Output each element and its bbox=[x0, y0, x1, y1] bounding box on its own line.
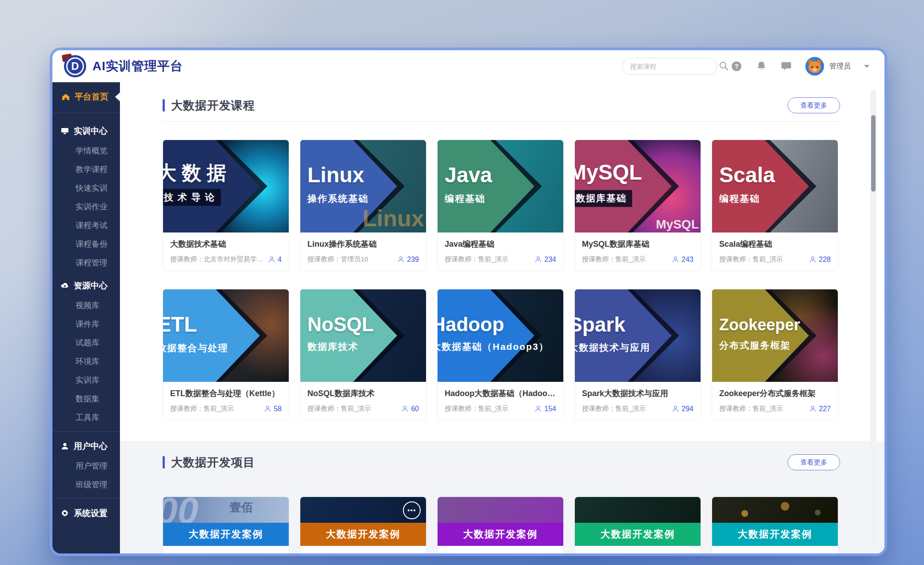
scrollbar-track[interactable] bbox=[870, 89, 876, 546]
member-count: 239 bbox=[397, 256, 419, 264]
sidebar-item[interactable]: 课程考试 bbox=[52, 216, 120, 235]
course-title: Java编程基础 bbox=[445, 239, 556, 249]
project-banner: 大数据开发案例 bbox=[438, 523, 563, 546]
course-title: Zookeeper分布式服务框架 bbox=[719, 388, 831, 399]
sidebar-item[interactable]: 试题库 bbox=[52, 333, 120, 352]
sidebar-item[interactable]: 课程管理 bbox=[52, 253, 120, 272]
project-image bbox=[438, 497, 563, 523]
sidebar-group-1[interactable]: 资源中心 bbox=[52, 276, 120, 296]
user-name[interactable]: 管理员 bbox=[829, 62, 851, 71]
course-cover: 大 数 据技 术 导 论 bbox=[163, 140, 289, 232]
sidebar-item[interactable]: 实训作业 bbox=[52, 197, 120, 216]
sidebar-item[interactable]: 视频库 bbox=[52, 296, 120, 315]
course-teacher: 授课教师：售前_演示 bbox=[582, 405, 672, 413]
cover-subtitle: 编程基础 bbox=[719, 192, 775, 205]
search-icon[interactable] bbox=[718, 60, 729, 72]
person-icon bbox=[672, 256, 679, 263]
member-count: 58 bbox=[264, 405, 282, 413]
member-count-value: 243 bbox=[681, 256, 693, 264]
notification-bell-icon[interactable] bbox=[756, 60, 767, 72]
chevron-down-icon[interactable] bbox=[864, 65, 869, 68]
course-title: MySQL数据库基础 bbox=[582, 239, 693, 249]
course-card[interactable]: 大 数 据技 术 导 论大数据技术基础授课教师：北京市对外贸易学校教...4 bbox=[163, 140, 289, 271]
course-card[interactable]: Spark大数据技术与应用Spark大数据技术与应用授课教师：售前_演示294 bbox=[574, 289, 701, 421]
member-count-value: 154 bbox=[544, 405, 556, 413]
app-title: AI实训管理平台 bbox=[92, 58, 183, 75]
course-cover: LinuxLinux操作系统基础 bbox=[300, 140, 426, 232]
course-teacher: 授课教师：管理员10 bbox=[307, 255, 397, 264]
sidebar-group-3[interactable]: 系统设置 bbox=[52, 503, 120, 524]
project-card[interactable]: ⋯大数据开发案例 bbox=[300, 497, 426, 553]
course-card[interactable]: Scala编程基础Scala编程基础授课教师：售前_演示228 bbox=[712, 140, 838, 271]
sidebar-group-label: 实训中心 bbox=[74, 125, 108, 137]
sidebar-item[interactable]: 快速实训 bbox=[52, 179, 120, 197]
project-card[interactable]: 00壹佰大数据开发案例 bbox=[163, 497, 289, 553]
section-accent-bar bbox=[163, 456, 165, 469]
sidebar-group-2[interactable]: 用户中心 bbox=[52, 436, 120, 457]
search-box[interactable] bbox=[622, 58, 717, 75]
person-icon bbox=[268, 256, 275, 263]
cover-title: Linux bbox=[307, 164, 369, 187]
user-avatar[interactable] bbox=[805, 57, 824, 76]
course-card[interactable]: MySQLMySQL数据库基础MySQL数据库基础授课教师：售前_演示243 bbox=[574, 140, 701, 271]
scrollbar-thumb[interactable] bbox=[871, 115, 876, 192]
view-more-button[interactable]: 查看更多 bbox=[788, 454, 840, 470]
sidebar-group-label: 资源中心 bbox=[74, 280, 108, 292]
cover-title: 大 数 据 bbox=[163, 162, 226, 184]
member-count: 227 bbox=[809, 405, 831, 413]
logo-letter: D bbox=[66, 57, 84, 75]
project-image bbox=[712, 497, 838, 523]
sidebar-item[interactable]: 实训库 bbox=[52, 371, 120, 389]
cover-subtitle: 编程基础 bbox=[445, 192, 492, 205]
cover-subtitle: 数据整合与处理 bbox=[163, 342, 228, 354]
sidebar-item[interactable]: 数据集 bbox=[52, 389, 120, 408]
search-input[interactable] bbox=[630, 63, 718, 70]
view-more-button[interactable]: 查看更多 bbox=[788, 97, 840, 113]
project-banner: 大数据开发案例 bbox=[575, 523, 701, 546]
member-count-value: 239 bbox=[407, 256, 419, 264]
active-notch bbox=[115, 92, 120, 101]
course-teacher: 授课教师：售前_演示 bbox=[582, 255, 672, 264]
course-teacher: 授课教师：北京市对外贸易学校教... bbox=[170, 255, 268, 264]
course-cover: Scala编程基础 bbox=[712, 140, 838, 232]
course-cover: Zookeeper分布式服务框架 bbox=[712, 289, 838, 382]
course-card[interactable]: Zookeeper分布式服务框架Zookeeper分布式服务框架授课教师：售前_… bbox=[712, 289, 838, 421]
course-card[interactable]: LinuxLinux操作系统基础Linux操作系统基础授课教师：管理员10239 bbox=[300, 140, 426, 271]
sidebar-item[interactable]: 教学课程 bbox=[52, 160, 120, 179]
sidebar-item[interactable]: 用户管理 bbox=[52, 457, 120, 475]
chat-icon[interactable] bbox=[781, 60, 792, 72]
sidebar-divider bbox=[52, 112, 120, 113]
course-cover: ETL数据整合与处理 bbox=[163, 289, 289, 382]
course-card[interactable]: Hadoop大数据基础（Hadoop3）Hadoop大数据基础（Hadoop3）… bbox=[437, 289, 564, 421]
course-card[interactable]: Java编程基础Java编程基础授课教师：售前_演示234 bbox=[437, 140, 564, 271]
project-card[interactable]: 大数据开发案例 bbox=[712, 497, 838, 553]
sidebar-item[interactable]: 环境库 bbox=[52, 352, 120, 371]
project-banner: 大数据开发案例 bbox=[163, 523, 289, 546]
project-image bbox=[575, 497, 701, 523]
project-card[interactable]: 大数据开发案例 bbox=[574, 497, 701, 553]
app-logo: D bbox=[64, 55, 86, 77]
help-icon[interactable]: ? bbox=[731, 60, 742, 72]
user-icon bbox=[60, 442, 69, 451]
ellipsis-icon: ⋯ bbox=[403, 501, 421, 519]
sidebar-item[interactable]: 课件库 bbox=[52, 315, 120, 333]
sidebar-item[interactable]: 学情概览 bbox=[52, 141, 120, 160]
course-cover: Spark大数据技术与应用 bbox=[575, 289, 701, 382]
sidebar-item-home[interactable]: 平台首页 bbox=[52, 86, 120, 108]
sidebar-divider bbox=[52, 498, 120, 499]
project-card[interactable]: 大数据开发案例 bbox=[437, 497, 564, 553]
sidebar-item[interactable]: 工具库 bbox=[52, 408, 120, 427]
cover-title: Spark bbox=[575, 313, 650, 336]
member-count-value: 58 bbox=[274, 405, 282, 413]
sidebar: 平台首页 实训中心学情概览教学课程快速实训实训作业课程考试课程备份课程管理资源中… bbox=[52, 82, 120, 553]
course-title: Spark大数据技术与应用 bbox=[582, 388, 693, 399]
member-count: 294 bbox=[672, 405, 693, 413]
sidebar-item[interactable]: 课程备份 bbox=[52, 235, 120, 253]
project-image-text: 壹佰 bbox=[230, 500, 253, 515]
cover-subtitle: 分布式服务框架 bbox=[719, 339, 800, 352]
member-count: 228 bbox=[809, 256, 831, 264]
sidebar-group-0[interactable]: 实训中心 bbox=[52, 121, 120, 141]
sidebar-item[interactable]: 班级管理 bbox=[52, 475, 120, 494]
course-card[interactable]: NoSQL数据库技术NoSQL数据库技术授课教师：售前_演示60 bbox=[300, 289, 426, 421]
course-card[interactable]: ETL数据整合与处理ETL数据整合与处理（Kettle）授课教师：售前_演示58 bbox=[163, 289, 289, 421]
